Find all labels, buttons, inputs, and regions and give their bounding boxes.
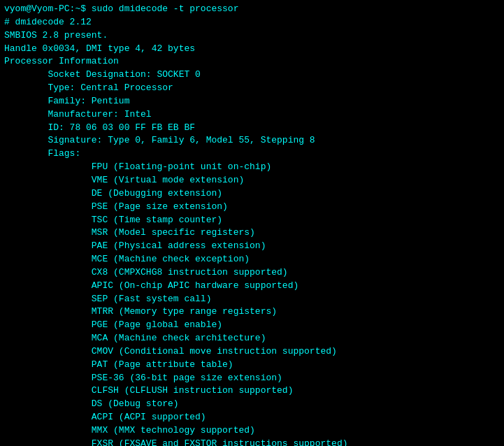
terminal-line: PSE-36 (36-bit page size extension)	[4, 372, 500, 385]
terminal-line: ID: 78 06 03 00 FF FB EB BF	[4, 122, 500, 135]
terminal-line: PGE (Page global enable)	[4, 319, 500, 332]
terminal-line: TSC (Time stamp counter)	[4, 214, 500, 227]
terminal-line: Manufacturer: Intel	[4, 108, 500, 122]
terminal-line: Signature: Type 0, Family 6, Model 55, S…	[4, 134, 500, 148]
terminal-line: Type: Central Processor	[4, 82, 500, 95]
terminal-line: CX8 (CMPXCHG8 instruction supported)	[4, 266, 500, 280]
terminal-line: Socket Designation: SOCKET 0	[4, 69, 500, 82]
terminal-line: FXSR (FXSAVE and FXSTOR instructions sup…	[4, 438, 500, 446]
terminal-line: FPU (Floating-point unit on-chip)	[4, 161, 500, 174]
terminal-line: CLFSH (CLFLUSH instruction supported)	[4, 384, 500, 398]
terminal-line: MCE (Machine check exception)	[4, 253, 500, 266]
terminal-line: MCA (Machine check architecture)	[4, 332, 500, 345]
terminal-output: vyom@Vyom-PC:~$ sudo dmidecode -t proces…	[0, 0, 504, 446]
terminal-line: SEP (Fast system call)	[4, 293, 500, 306]
terminal-line: # dmidecode 2.12	[4, 16, 500, 29]
terminal-line: CMOV (Conditional move instruction suppo…	[4, 345, 500, 359]
terminal-line: Flags:	[4, 148, 500, 161]
terminal-line: MSR (Model specific registers)	[4, 226, 500, 240]
terminal-line: Processor Information	[4, 55, 500, 69]
terminal-line: PSE (Page size extension)	[4, 201, 500, 214]
terminal-line: DS (Debug store)	[4, 398, 500, 411]
terminal-line: PAE (Physical address extension)	[4, 240, 500, 253]
terminal-line: PAT (Page attribute table)	[4, 359, 500, 372]
terminal-line: Family: Pentium	[4, 95, 500, 108]
terminal-line: vyom@Vyom-PC:~$ sudo dmidecode -t proces…	[4, 3, 500, 16]
terminal-line: DE (Debugging extension)	[4, 187, 500, 201]
terminal-line: SMBIOS 2.8 present.	[4, 29, 500, 43]
terminal-line: ACPI (ACPI supported)	[4, 411, 500, 424]
terminal-line: APIC (On-chip APIC hardware supported)	[4, 280, 500, 293]
terminal-line: VME (Virtual mode extension)	[4, 174, 500, 187]
terminal-line: MMX (MMX technology supported)	[4, 424, 500, 438]
terminal-line: Handle 0x0034, DMI type 4, 42 bytes	[4, 43, 500, 56]
terminal-line: MTRR (Memory type range registers)	[4, 305, 500, 319]
